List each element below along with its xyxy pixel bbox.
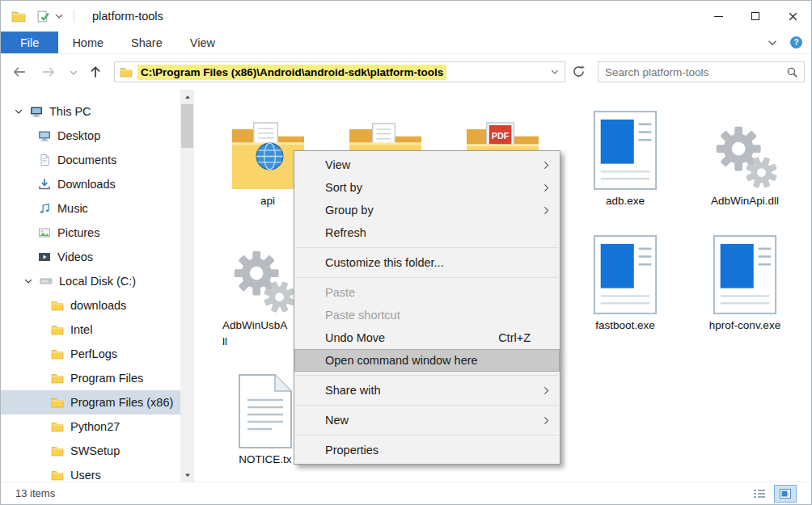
search-box <box>598 61 805 82</box>
menu-item-sort-by[interactable]: Sort by <box>294 176 560 199</box>
sidebar-item-program-files-x86[interactable]: Program Files (x86) <box>1 390 180 415</box>
menu-label: Sort by <box>325 181 362 194</box>
file-tile-adbwinusbapi-dll[interactable]: AdbWinUsbA ll <box>221 227 305 348</box>
folder-icon <box>51 396 64 409</box>
address-bar[interactable]: C:\Program Files (x86)\Android\android-s… <box>114 61 565 82</box>
menu-label: Share with <box>325 384 381 397</box>
back-icon[interactable] <box>12 65 27 79</box>
forward-icon[interactable] <box>41 65 56 79</box>
menu-label: Properties <box>325 444 379 457</box>
ribbon-tab-bar: File Home Share View <box>1 32 811 54</box>
minimize-button[interactable] <box>700 1 737 32</box>
close-button[interactable] <box>774 1 811 32</box>
music-icon <box>38 202 51 215</box>
sidebar-item-program-files[interactable]: Program Files <box>1 366 180 390</box>
documents-icon <box>38 154 51 166</box>
recent-locations-chevron-icon[interactable] <box>69 68 78 78</box>
search-input[interactable] <box>598 66 786 78</box>
sidebar-item-videos[interactable]: Videos <box>1 245 180 269</box>
sidebar-item-music[interactable]: Music <box>1 196 180 221</box>
up-icon[interactable] <box>88 65 103 79</box>
address-dropdown-chevron-icon[interactable] <box>550 67 560 77</box>
menu-item-undo-move[interactable]: Undo Move Ctrl+Z <box>294 326 560 349</box>
sidebar-item-pictures[interactable]: Pictures <box>1 221 180 245</box>
menu-item-share-with[interactable]: Share with <box>294 379 560 402</box>
menu-item-properties[interactable]: Properties <box>294 439 560 461</box>
menu-item-group-by[interactable]: Group by <box>294 199 560 221</box>
file-tile-adb-exe[interactable]: adb.exe <box>583 103 667 208</box>
search-icon[interactable] <box>786 66 798 78</box>
expand-arrow-icon[interactable] <box>14 107 23 116</box>
details-view-icon <box>753 488 766 499</box>
sidebar-item-documents[interactable]: Documents <box>1 148 180 172</box>
sidebar-label: Program Files (x86) <box>70 396 173 409</box>
sidebar-item-this-pc[interactable]: This PC <box>1 99 180 124</box>
sidebar-item-downloads[interactable]: Downloads <box>1 172 180 196</box>
tab-file[interactable]: File <box>1 32 58 53</box>
status-bar: 13 items <box>1 482 811 504</box>
sidebar-scrollbar[interactable] <box>180 90 194 482</box>
sidebar-label: Videos <box>57 250 93 263</box>
sidebar-label: Python27 <box>70 420 120 433</box>
view-toggles <box>748 485 797 503</box>
help-icon[interactable] <box>789 36 803 49</box>
file-label-line2: ll <box>221 335 305 348</box>
maximize-icon <box>751 12 759 20</box>
details-view-button[interactable] <box>748 485 771 503</box>
menu-item-refresh[interactable]: Refresh <box>294 221 560 244</box>
sidebar-item-intel[interactable]: Intel <box>1 318 180 342</box>
sidebar-item-swsetup[interactable]: SWSetup <box>1 439 180 463</box>
folder-icon <box>51 469 64 482</box>
quick-access-properties-icon[interactable] <box>36 10 50 23</box>
menu-label: Paste <box>325 286 355 299</box>
folder-icon <box>51 323 64 336</box>
sidebar-label: Intel <box>70 323 92 336</box>
sidebar-item-perflogs[interactable]: PerfLogs <box>1 342 180 366</box>
sidebar-item-python27[interactable]: Python27 <box>1 415 180 439</box>
file-tile-fastboot-exe[interactable]: fastboot.exe <box>583 227 667 332</box>
file-tile-adbwinapi-dll[interactable]: AdbWinApi.dll <box>703 103 787 208</box>
file-tile-hprof-conv-exe[interactable]: hprof-conv.exe <box>703 227 787 332</box>
application-icon <box>583 103 667 191</box>
scroll-up-icon[interactable] <box>180 90 194 103</box>
titlebar-divider <box>74 10 74 23</box>
folder-icon <box>51 372 64 385</box>
menu-item-open-command-window-here[interactable]: Open command window here <box>294 349 560 372</box>
menu-item-new[interactable]: New <box>294 409 560 431</box>
items-count: 13 items <box>15 487 55 499</box>
tab-home[interactable]: Home <box>58 32 117 53</box>
large-icons-view-button[interactable] <box>774 485 797 503</box>
menu-item-paste-shortcut: Paste shortcut <box>294 304 560 326</box>
sidebar-item-local-disk-c[interactable]: Local Disk (C:) <box>1 269 180 293</box>
sidebar-item-desktop[interactable]: Desktop <box>1 124 180 148</box>
title-bar: platform-tools <box>1 1 811 32</box>
scrollbar-thumb[interactable] <box>181 104 193 148</box>
file-label: fastboot.exe <box>583 318 667 332</box>
sidebar-item-downloads-folder[interactable]: downloads <box>1 293 180 318</box>
ribbon-right-controls <box>767 32 811 53</box>
sidebar-item-users[interactable]: Users <box>1 463 180 482</box>
tab-share[interactable]: Share <box>117 32 176 53</box>
scroll-down-icon[interactable] <box>180 468 194 482</box>
maximize-button[interactable] <box>737 1 774 32</box>
window-folder-icon <box>11 9 27 23</box>
menu-item-paste: Paste <box>294 281 560 304</box>
submenu-arrow-icon <box>541 415 552 426</box>
tab-view[interactable]: View <box>176 32 229 53</box>
quick-access-customize-chevron-icon[interactable] <box>54 11 64 21</box>
menu-separator <box>296 247 558 248</box>
navigation-pane: This PC Desktop Documents Downloads Musi… <box>1 90 180 482</box>
context-menu: View Sort by Group by Refresh Customize … <box>294 150 560 465</box>
menu-item-customize-this-folder[interactable]: Customize this folder... <box>294 251 560 274</box>
refresh-icon[interactable] <box>572 65 586 78</box>
folder-icon <box>51 347 64 360</box>
expand-arrow-icon[interactable] <box>23 276 33 286</box>
minimize-icon <box>714 16 723 17</box>
expand-ribbon-chevron-icon[interactable] <box>767 37 778 48</box>
application-icon <box>583 227 667 316</box>
address-path[interactable]: C:\Program Files (x86)\Android\android-s… <box>137 65 446 80</box>
menu-separator <box>296 277 558 278</box>
menu-item-view[interactable]: View <box>294 154 560 176</box>
sidebar-label: SWSetup <box>70 444 120 457</box>
file-list-area[interactable]: api adb.exe AdbWinApi.dll AdbWinUsbA ll … <box>194 90 811 482</box>
